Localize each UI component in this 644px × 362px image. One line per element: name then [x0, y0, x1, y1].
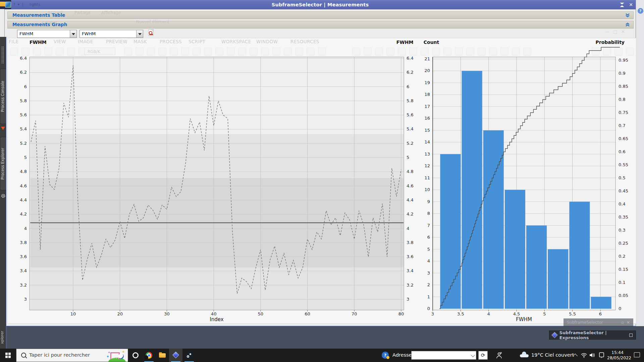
graph-type-combo[interactable]: FWHM	[79, 30, 143, 38]
double-chevron-up-icon[interactable]	[625, 22, 630, 27]
toolbar-ghost-icon	[614, 48, 623, 56]
toolbar-ghost-icon	[272, 48, 280, 56]
menu-item-image[interactable]: IMAGE	[78, 39, 93, 44]
menu-item-preview[interactable]: PREVIEW	[106, 39, 127, 44]
toolbar-ghost-icon	[478, 48, 486, 56]
toolbar-ghost-combo: RGB/K	[85, 48, 115, 55]
toolbar-ghost-icon	[44, 48, 52, 56]
menu-item-window[interactable]: WINDOW	[256, 39, 278, 44]
toolbar-ghost-icon	[21, 48, 30, 56]
toolbar-ghost-icon	[307, 48, 315, 56]
taskbar-app-ring-browser[interactable]	[129, 349, 142, 362]
explorer-help-icon[interactable]: ?	[638, 8, 643, 14]
people-icon[interactable]	[495, 352, 502, 359]
toolbar-ghost-icon	[421, 48, 429, 56]
ghost-close-icon[interactable]: ✕	[627, 318, 630, 326]
restore-icon[interactable]	[629, 334, 633, 337]
menu-item-workspace[interactable]: WORKSPACE	[221, 39, 251, 44]
sidebar-grip[interactable]	[1, 46, 4, 64]
toolbar-ghost-icon	[10, 48, 18, 56]
measurements-graph-label: Measurements Graph	[12, 21, 633, 28]
double-chevron-down-icon[interactable]	[625, 13, 630, 18]
expressions-window-titlebar[interactable]: SubframeSelector | Expressions	[549, 330, 636, 340]
caret-down-icon	[138, 33, 142, 35]
pixinsight-toolbar: RGB/K	[0, 47, 636, 56]
measurements-graph-area[interactable]	[7, 38, 636, 324]
address-label: Adresse	[392, 352, 412, 358]
explorer-ghost-tab: Affichage	[101, 10, 121, 15]
menu-item-view[interactable]: VIEW	[54, 39, 66, 44]
graph-property-value: FWHM	[19, 31, 33, 36]
explorer-ghost-command: Nouvel élément	[136, 19, 169, 24]
ghost-window-title: SubframeSelector	[567, 320, 603, 325]
menu-item-process[interactable]: PROCESS	[160, 39, 182, 44]
window-title: SubframeSelector | Measurements	[5, 0, 636, 9]
toolbar-ghost-icon	[500, 48, 508, 56]
pixinsight-left-sidebar: Process Console Process Explorer	[0, 37, 6, 349]
weather-text[interactable]: 19°C Ciel couvert	[531, 352, 574, 358]
save-pdf-icon[interactable]	[148, 29, 154, 36]
taskbar-app-file-explorer[interactable]	[156, 349, 169, 362]
combo-dropdown-button[interactable]	[70, 30, 76, 38]
ghost-window-titlebar: SubframeSelector ▫ ✕	[564, 318, 633, 326]
menu-item-script[interactable]: SCRIPT	[189, 39, 205, 44]
taskbar-app-steam[interactable]	[182, 349, 196, 362]
notification-center-icon[interactable]	[634, 352, 640, 357]
menu-item-resources[interactable]: RESOURCES	[290, 39, 319, 44]
pixinsight-workspace	[0, 326, 644, 349]
measurements-window-icon	[5, 2, 11, 8]
help-tray-icon[interactable]: ?	[382, 352, 389, 359]
explorer-ghost-qat: ⭡ ▾ |	[13, 2, 24, 7]
shade-window-icon[interactable]	[620, 3, 624, 7]
chevron-down-icon[interactable]	[471, 353, 475, 357]
ghost-restore-icon[interactable]: ▫	[621, 318, 624, 326]
measurements-graph-section-bar[interactable]: Measurements Graph	[7, 21, 634, 28]
file-explorer-icon	[159, 353, 166, 358]
explorer-ghost-command: Couper	[42, 20, 57, 25]
taskbar-app-chrome[interactable]	[142, 349, 156, 362]
toolbar-ghost-icon	[136, 48, 144, 56]
search-icon	[21, 353, 26, 358]
wifi-icon[interactable]	[581, 353, 587, 358]
address-input[interactable]	[411, 351, 476, 360]
sidebar-tab-process-console[interactable]: Process Console	[0, 69, 6, 124]
taskbar-app-pixinsight[interactable]	[169, 349, 182, 362]
toolbar-ghost-icon	[375, 48, 383, 56]
toolbar-ghost-icon	[592, 48, 600, 56]
search-placeholder: Taper ici pour rechercher	[29, 352, 90, 358]
combo-dropdown-button[interactable]	[136, 30, 143, 38]
toolbar-ghost-icon	[352, 48, 360, 56]
toolbar-ghost-icon	[181, 48, 189, 56]
sidebar-tab-process-explorer[interactable]: Process Explorer	[0, 137, 6, 190]
volume-icon[interactable]	[590, 353, 595, 358]
explorer-ghost-title: lights	[30, 2, 40, 7]
taskbar: Taper ici pour rechercher ✦ ? Adresse ⟳	[0, 349, 644, 362]
sidebar-tab-file-explorer[interactable]: xplorer	[0, 326, 6, 349]
refresh-button[interactable]: ⟳	[478, 351, 488, 360]
graph-property-combo[interactable]: FWHM	[17, 30, 77, 38]
menu-item-edit[interactable]: EDIT	[32, 39, 43, 44]
tray-clock[interactable]: 15:44 28/05/2022	[607, 350, 628, 361]
ring-browser-icon	[132, 352, 139, 358]
window-titlebar[interactable]: ⭡ ▾ | lights SubframeSelector | Measurem…	[5, 0, 636, 9]
time: 15:44	[611, 350, 624, 355]
toolbar-ghost-icon	[250, 48, 258, 56]
process-console-icon[interactable]	[1, 127, 5, 130]
pixinsight-icon	[551, 332, 557, 338]
menu-item-file[interactable]: FILE	[9, 39, 18, 44]
close-icon[interactable]: ✕	[629, 0, 633, 9]
toolbar-ghost-icon	[295, 48, 303, 56]
toolbar-ghost-icon	[455, 48, 463, 56]
taskbar-search[interactable]: Taper ici pour rechercher ✦	[16, 349, 128, 362]
menu-item-mask[interactable]: MASK	[133, 39, 147, 44]
toolbar-ghost-icon	[284, 48, 292, 56]
tray-device-icon[interactable]	[599, 352, 604, 358]
search-doodle[interactable]: ✦	[107, 350, 127, 362]
toolbar-ghost-icon	[56, 48, 64, 56]
start-button[interactable]	[0, 349, 16, 362]
gear-icon[interactable]	[1, 194, 5, 198]
toolbar-ghost-icon	[261, 48, 269, 56]
toolbar-ghost-icon	[204, 48, 212, 56]
windows-logo-icon	[5, 353, 11, 358]
toolbar-ghost-icon	[603, 48, 611, 56]
